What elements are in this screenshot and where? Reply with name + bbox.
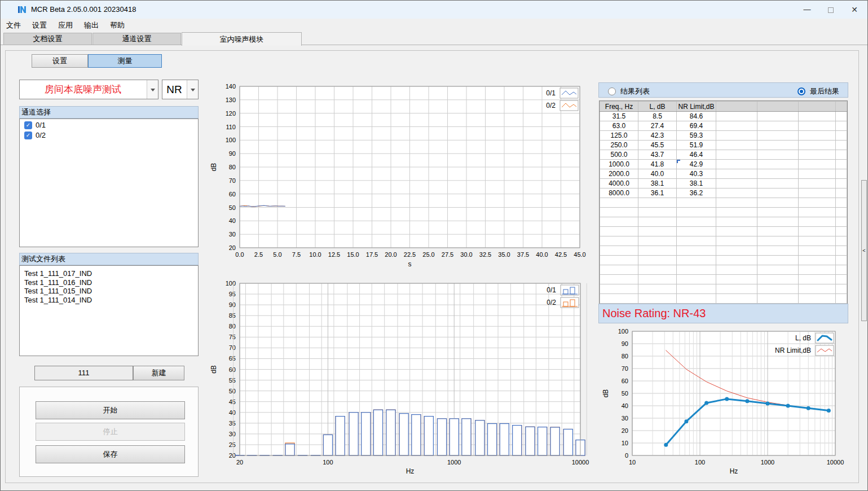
table-cell[interactable] xyxy=(836,121,847,131)
table-cell[interactable]: 8.5 xyxy=(638,112,677,121)
table-cell[interactable] xyxy=(757,265,799,275)
table-row-empty[interactable] xyxy=(600,236,847,246)
table-cell[interactable] xyxy=(799,121,836,131)
table-cell[interactable] xyxy=(638,294,677,304)
channel-list[interactable]: ✓0/1✓0/2 xyxy=(19,119,199,247)
table-cell[interactable] xyxy=(799,256,836,265)
table-cell[interactable] xyxy=(677,227,716,236)
table-cell[interactable] xyxy=(677,198,716,208)
file-item-2[interactable]: Test 1_111_015_IND xyxy=(20,287,198,296)
table-cell[interactable] xyxy=(638,284,677,294)
tab-2[interactable]: 室内噪声模块 xyxy=(182,32,302,46)
table-cell[interactable] xyxy=(716,141,757,150)
table-cell[interactable] xyxy=(799,275,836,284)
table-cell[interactable] xyxy=(836,275,847,284)
table-cell[interactable] xyxy=(799,169,836,179)
table-row-empty[interactable] xyxy=(600,217,847,227)
table-row-empty[interactable] xyxy=(600,275,847,284)
table-cell[interactable]: 31.5 xyxy=(600,112,638,121)
table-cell[interactable] xyxy=(600,265,638,275)
table-cell[interactable] xyxy=(757,112,799,121)
table-cell[interactable] xyxy=(799,188,836,198)
panel-collapse-splitter[interactable]: < xyxy=(861,180,867,321)
table-row[interactable]: 8000.036.136.2 xyxy=(600,188,847,198)
table-cell[interactable] xyxy=(716,131,757,141)
table-cell[interactable]: 250.0 xyxy=(600,141,638,150)
table-cell[interactable] xyxy=(677,275,716,284)
table-cell[interactable]: 125.0 xyxy=(600,131,638,141)
table-cell[interactable]: 41.8 xyxy=(638,160,677,169)
channel-item-0[interactable]: ✓0/1 xyxy=(20,119,198,129)
table-cell[interactable] xyxy=(757,246,799,256)
table-cell[interactable] xyxy=(638,246,677,256)
table-cell[interactable]: 40.0 xyxy=(638,169,677,179)
table-cell[interactable] xyxy=(638,256,677,265)
table-cell[interactable] xyxy=(677,265,716,275)
results-table[interactable]: Freq., HzL, dBNR Limit,dB31.58.584.663.0… xyxy=(599,100,848,304)
table-cell[interactable] xyxy=(716,284,757,294)
table-cell[interactable]: 8000.0 xyxy=(600,188,638,198)
table-cell[interactable] xyxy=(600,256,638,265)
file-item-1[interactable]: Test 1_111_016_IND xyxy=(20,278,198,287)
table-cell[interactable] xyxy=(716,179,757,188)
close-button[interactable]: ✕ xyxy=(841,1,867,19)
table-cell[interactable] xyxy=(836,294,847,304)
channel-item-1[interactable]: ✓0/2 xyxy=(20,129,198,139)
table-cell[interactable] xyxy=(716,275,757,284)
table-row[interactable]: 4000.038.138.1 xyxy=(600,179,847,188)
table-cell[interactable] xyxy=(757,284,799,294)
table-cell[interactable] xyxy=(836,246,847,256)
table-cell[interactable]: 38.1 xyxy=(638,179,677,188)
table-cell[interactable] xyxy=(836,198,847,208)
table-cell[interactable]: 45.5 xyxy=(638,141,677,150)
table-cell[interactable] xyxy=(836,265,847,275)
last-result-radio[interactable]: 最后结果 xyxy=(797,86,839,97)
table-cell[interactable]: 1000.0 xyxy=(600,160,638,169)
table-cell[interactable]: 69.4 xyxy=(677,121,716,131)
rating-type-dropdown-button[interactable] xyxy=(187,80,198,99)
table-cell[interactable] xyxy=(600,246,638,256)
table-cell[interactable] xyxy=(799,217,836,227)
table-cell[interactable]: 500.0 xyxy=(600,150,638,160)
table-row-empty[interactable] xyxy=(600,256,847,265)
result-list-radio[interactable]: 结果列表 xyxy=(608,86,650,97)
table-row-empty[interactable] xyxy=(600,198,847,208)
menu-item-1[interactable]: 设置 xyxy=(27,19,52,32)
table-cell[interactable]: 43.7 xyxy=(638,150,677,160)
table-cell[interactable] xyxy=(638,227,677,236)
minimize-button[interactable]: — xyxy=(794,1,820,19)
table-cell[interactable] xyxy=(799,265,836,275)
table-cell[interactable] xyxy=(799,284,836,294)
table-cell[interactable] xyxy=(757,227,799,236)
table-cell[interactable] xyxy=(716,236,757,246)
table-cell[interactable] xyxy=(716,208,757,217)
table-cell[interactable] xyxy=(677,246,716,256)
file-name-input[interactable]: 111 xyxy=(34,366,133,380)
table-cell[interactable] xyxy=(638,236,677,246)
table-cell[interactable] xyxy=(836,188,847,198)
table-cell[interactable] xyxy=(677,236,716,246)
table-cell[interactable] xyxy=(716,256,757,265)
table-cell[interactable] xyxy=(757,141,799,150)
subtab-0[interactable]: 设置 xyxy=(32,54,88,68)
table-row[interactable]: 2000.040.040.3 xyxy=(600,169,847,179)
table-row-empty[interactable] xyxy=(600,284,847,294)
table-cell[interactable] xyxy=(836,284,847,294)
table-row[interactable]: 1000.041.842.9 xyxy=(600,160,847,169)
table-cell[interactable]: 38.1 xyxy=(677,179,716,188)
file-list[interactable]: Test 1_111_017_INDTest 1_111_016_INDTest… xyxy=(19,265,199,356)
table-cell[interactable] xyxy=(799,227,836,236)
table-cell[interactable] xyxy=(799,236,836,246)
table-cell[interactable] xyxy=(677,284,716,294)
table-cell[interactable] xyxy=(757,217,799,227)
maximize-button[interactable] xyxy=(818,1,844,19)
table-cell[interactable] xyxy=(757,150,799,160)
checkbox-checked-icon[interactable]: ✓ xyxy=(24,131,32,139)
start-button[interactable]: 开始 xyxy=(36,401,185,419)
table-cell[interactable] xyxy=(638,265,677,275)
table-cell[interactable] xyxy=(757,188,799,198)
table-cell[interactable]: 36.1 xyxy=(638,188,677,198)
table-cell[interactable]: 63.0 xyxy=(600,121,638,131)
table-cell[interactable] xyxy=(836,208,847,217)
tab-1[interactable]: 通道设置 xyxy=(92,33,181,45)
